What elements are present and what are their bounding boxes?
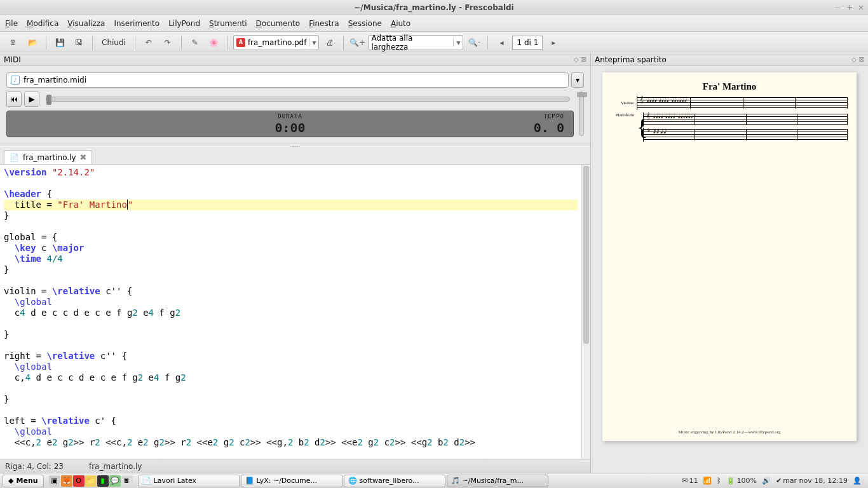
midi-play-button[interactable]: ▶ [24, 92, 39, 107]
pdf-selector[interactable]: A fra_martino.pdf ▾ [233, 35, 320, 50]
midi-panel-title: MIDI [4, 55, 21, 64]
midi-display: DURATA TEMPO 0:00 0. 0 [6, 111, 574, 137]
editor-tab-icon: 📄 [10, 153, 19, 162]
preview-panel-undock-button[interactable]: ◇ [851, 56, 857, 63]
start-menu-icon: ◆ [8, 477, 13, 485]
midi-file-selector[interactable]: ♪ fra_martino.midi [6, 72, 569, 88]
midi-panel-undock-button[interactable]: ◇ [574, 56, 579, 63]
tray-bluetooth-icon[interactable]: ᛒ [717, 477, 721, 485]
editor-tab-close-button[interactable]: ✖ [80, 152, 87, 162]
menu-strumenti[interactable]: Strumenti [209, 19, 247, 28]
task-frescobaldi[interactable]: 🎵~/Musica/fra_m... [447, 475, 548, 487]
instrument-label-violin: Violino [611, 100, 634, 105]
menu-documento[interactable]: Documento [256, 19, 301, 28]
menu-file[interactable]: File [5, 19, 18, 28]
tray-mail-icon[interactable]: ✉11 [682, 477, 698, 485]
midi-position-slider[interactable] [46, 97, 570, 102]
menu-visualizza[interactable]: Visualizza [67, 19, 105, 28]
menu-sessione[interactable]: Sessione [348, 19, 382, 28]
print-button[interactable]: 🖨 [322, 34, 338, 51]
midi-file-icon: ♪ [11, 76, 20, 85]
zoom-dropdown-icon[interactable]: ▾ [453, 38, 460, 47]
engrave-button[interactable]: ✎ [187, 34, 203, 51]
lilypond-button[interactable]: 🌸 [206, 34, 222, 51]
midi-player: ♪ fra_martino.midi ▾ ⏮ ▶ DURATA TEMPO 0:… [0, 66, 590, 144]
quicklaunch-calc-icon[interactable]: 🖩 [121, 475, 133, 487]
system-tray: ✉11 📶 ᛒ 🔋100% 🔊 ✔ mar nov 18, 12:19 👤 [678, 477, 865, 485]
pdf-icon: A [236, 38, 245, 47]
staff-piano-left: 𝄢 𝅗𝅥𝄽 𝅗𝅥𝄽 𝅗𝅥𝅗𝅥 𝅗𝅥𝅗𝅥 [643, 128, 848, 142]
status-filename: fra_martino.ly [89, 462, 142, 471]
start-menu-label: Menu [16, 477, 37, 485]
tray-clock[interactable]: ✔ mar nov 18, 12:19 [776, 477, 848, 485]
zoom-in-button[interactable]: 🔍+ [349, 34, 365, 51]
tray-network-icon[interactable]: 📶 [703, 477, 712, 485]
window-title: ~/Musica/fra_martino.ly - Frescobaldi [354, 3, 513, 12]
window-titlebar: ~/Musica/fra_martino.ly - Frescobaldi — … [0, 0, 868, 15]
status-cursor-position: Riga: 4, Col: 23 [5, 462, 64, 471]
menu-inserimento[interactable]: Inserimento [114, 19, 159, 28]
window-maximize-button[interactable]: + [846, 3, 853, 12]
score-page: Fra' Martino Violino 𝄞 ♩♩♩♩ ♩♩♩♩ ♩♩𝅗𝅥 ♩♩… [602, 72, 857, 441]
task-lavori-latex[interactable]: 📄Lavori Latex [138, 475, 240, 487]
editor-tab-label: fra_martino.ly [23, 153, 76, 162]
midi-tempo-label: TEMPO [544, 113, 564, 119]
midi-panel-header: MIDI ◇ ⊠ [0, 53, 590, 66]
new-file-button[interactable]: 🗎 [5, 34, 22, 51]
editor-tab-active[interactable]: 📄 fra_martino.ly ✖ [4, 150, 92, 164]
quicklaunch-browser-icon[interactable]: 🦊 [61, 475, 72, 487]
window-close-button[interactable]: × [858, 3, 864, 12]
quicklaunch-desktop-icon[interactable]: ▣ [49, 475, 60, 487]
open-file-button[interactable]: 📂 [24, 34, 41, 51]
menu-aiuto[interactable]: Aiuto [391, 19, 410, 28]
page-indicator[interactable]: 1 di 1 [512, 36, 543, 50]
save-all-button[interactable]: 🖫 [71, 34, 87, 51]
start-menu-button[interactable]: ◆ Menu [3, 475, 44, 487]
menu-finestra[interactable]: Finestra [309, 19, 339, 28]
midi-filename: fra_martino.midi [24, 76, 86, 85]
editor-scrollbar[interactable] [581, 165, 590, 459]
redo-button[interactable]: ↷ [159, 34, 176, 51]
menu-modifica[interactable]: Modifica [27, 19, 58, 28]
menubar: File Modifica Visualizza Inserimento Lil… [0, 15, 868, 32]
taskbar: ◆ Menu ▣ 🦊 O 📁 ▮ 💬 🖩 📄Lavori Latex 📘LyX:… [0, 473, 868, 488]
zoom-label: Adatta alla larghezza [371, 34, 451, 51]
midi-time-value: 0:00 [275, 120, 305, 135]
zoom-out-button[interactable]: 🔍- [466, 34, 482, 51]
staff-violin: 𝄞 ♩♩♩♩ ♩♩♩♩ ♩♩𝅗𝅥 ♩♩𝅗𝅥 [637, 96, 848, 110]
midi-volume-slider[interactable] [579, 92, 584, 136]
pdf-dropdown-icon[interactable]: ▾ [309, 38, 316, 47]
save-button[interactable]: 💾 [51, 34, 68, 51]
tray-volume-icon[interactable]: 🔊 [762, 477, 771, 485]
task-browser[interactable]: 🌐software_libero... [344, 475, 445, 487]
task-lyx[interactable]: 📘LyX: ~/Docume... [241, 475, 342, 487]
tray-user-icon[interactable]: 👤 [853, 477, 862, 485]
page-prev-button[interactable]: ◂ [493, 34, 510, 51]
statusbar: Riga: 4, Col: 23 fra_martino.ly [0, 459, 590, 473]
window-minimize-button[interactable]: — [834, 3, 841, 12]
preview-area[interactable]: Fra' Martino Violino 𝄞 ♩♩♩♩ ♩♩♩♩ ♩♩𝅗𝅥 ♩♩… [591, 66, 868, 473]
score-title: Fra' Martino [611, 81, 848, 92]
editor-tabs: 📄 fra_martino.ly ✖ [0, 148, 590, 165]
midi-rewind-button[interactable]: ⏮ [6, 92, 22, 107]
midi-tempo-value: 0. 0 [534, 120, 564, 135]
preview-panel-title: Anteprima spartito [595, 55, 667, 64]
quicklaunch-chat-icon[interactable]: 💬 [109, 475, 121, 487]
zoom-selector[interactable]: Adatta alla larghezza ▾ [368, 35, 463, 50]
close-button[interactable]: Chiudi [98, 38, 130, 47]
midi-durata-label: DURATA [278, 113, 302, 119]
page-next-button[interactable]: ▸ [545, 34, 562, 51]
quicklaunch-files-icon[interactable]: 📁 [85, 475, 97, 487]
staff-piano-right: 𝄞 ♩♩♩♩ ♩♩♩♩ ♩♩𝅗𝅥 ♩♩𝅗𝅥 [643, 112, 848, 126]
undo-button[interactable]: ↶ [140, 34, 157, 51]
quicklaunch-opera-icon[interactable]: O [73, 475, 85, 487]
midi-file-dropdown-button[interactable]: ▾ [571, 72, 584, 88]
tray-battery-icon[interactable]: 🔋100% [726, 477, 756, 485]
toolbar: 🗎 📂 💾 🖫 Chiudi ↶ ↷ ✎ 🌸 A fra_martino.pdf… [0, 32, 868, 53]
code-editor[interactable]: \version "2.14.2" \header { title = "Fra… [0, 165, 581, 459]
score-engraving-credit: Music engraving by LilyPond 2.14.2—www.l… [602, 430, 857, 435]
menu-lilypond[interactable]: LilyPond [168, 19, 200, 28]
preview-panel-close-button[interactable]: ⊠ [859, 56, 864, 63]
midi-panel-close-button[interactable]: ⊠ [581, 56, 587, 63]
quicklaunch-terminal-icon[interactable]: ▮ [97, 475, 109, 487]
